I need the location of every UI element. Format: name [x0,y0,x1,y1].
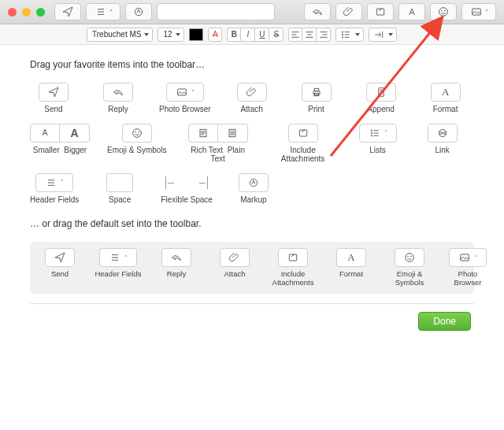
available-heading: Drag your favorite items into the toolba… [30,59,474,70]
done-row: Done [30,312,474,331]
svg-rect-9 [177,89,186,95]
font-family-value: Trebuchet MS [92,30,141,39]
toolbar-reply-button[interactable] [304,3,331,20]
toolbar-send-button[interactable] [54,3,81,20]
svg-point-20 [371,130,372,131]
label: Emoji & Symbols [386,270,433,287]
item-smaller-bigger[interactable]: A A Smaller Bigger [30,124,90,164]
item-print[interactable]: Print [293,83,340,114]
item-flexible-space[interactable]: Flexible Space [161,173,213,205]
richtext-icon [197,127,209,139]
toolbar-subject-field[interactable] [157,3,275,20]
svg-point-7 [343,34,343,35]
item-emoji[interactable]: Emoji & Symbols [107,124,167,164]
svg-point-28 [411,256,412,257]
list-icon [94,6,107,18]
printer-icon [310,86,323,98]
label: Emoji & Symbols [107,146,167,155]
font-size-select[interactable]: 12 [158,28,184,42]
done-button[interactable]: Done [418,312,471,331]
toolbar-include-attachments-button[interactable] [367,3,394,20]
label: Link [435,146,449,155]
smiley-icon [403,251,416,264]
strikethrough-button[interactable]: S [269,28,284,42]
label: Attach [240,105,262,114]
label: Flexible Space [161,195,213,205]
item-photo-browser[interactable]: Photo Browser [159,83,211,114]
style-segment: B I U S [227,28,284,42]
paperclip-icon [343,6,355,18]
paper-plane-icon [54,251,66,264]
svg-point-14 [132,128,141,137]
minimize-window-dot[interactable] [22,8,31,17]
paperclip-icon [228,251,241,264]
list-style-select[interactable] [335,28,364,42]
align-center-button[interactable] [302,28,317,42]
label: Reply [108,105,128,114]
space-box-icon [106,173,133,192]
label: Print [308,105,324,114]
flexible-space-icon [165,176,208,189]
align-left-button[interactable] [288,28,302,42]
label: Attach [224,270,246,279]
item-space[interactable]: Space [96,173,143,205]
label: Lists [369,146,386,155]
strike-color-button[interactable]: A [208,28,222,42]
text-color-swatch[interactable] [189,28,203,41]
item-format[interactable]: A Format [422,83,469,114]
align-right-button[interactable] [317,28,331,42]
svg-point-21 [371,132,372,133]
font-size-value: 12 [163,30,172,39]
indent-icon [372,28,385,41]
item-include-attachments[interactable]: Include Attachments [269,124,337,164]
underline-button[interactable]: U [255,28,269,42]
label: Rich Text Plain Text [184,146,252,164]
markup-icon [247,176,260,189]
item-markup[interactable]: Markup [230,173,277,205]
font-family-select[interactable]: Trebuchet MS [87,28,153,42]
paperclip-icon [246,86,258,98]
list-icon [45,176,57,189]
item-reply[interactable]: Reply [94,83,142,114]
default-set-row[interactable]: Send Header Fields Reply Attach Include … [30,242,474,294]
label: Header Fields [30,195,79,205]
link-icon [436,127,449,139]
toolbar-emoji-button[interactable] [430,3,457,20]
item-header-fields[interactable]: Header Fields [30,173,79,205]
label: Format [433,105,458,114]
svg-rect-29 [461,254,469,261]
item-lists[interactable]: Lists [354,124,402,164]
item-send[interactable]: Send [30,83,77,114]
bullet-list-icon [369,127,381,139]
toolbar-photo-browser-button[interactable] [461,3,496,20]
label: Include Attachments [269,270,317,287]
svg-point-26 [406,254,414,262]
letter-a-icon [406,6,418,18]
window-titlebar [0,0,504,24]
align-segment [288,28,331,42]
close-window-dot[interactable] [8,8,17,17]
svg-point-2 [439,8,448,17]
italic-button[interactable]: I [241,28,255,42]
toolbar-header-fields-button[interactable] [86,3,120,20]
item-rich-plain[interactable]: Rich Text Plain Text [184,124,252,164]
plaintext-icon [226,127,239,139]
smiley-icon [131,127,143,139]
zoom-window-dot[interactable] [36,8,45,17]
svg-point-6 [343,32,343,32]
label: Format [339,270,363,279]
letter-a-icon: A [347,251,354,264]
item-attach[interactable]: Attach [228,83,276,114]
svg-point-3 [442,10,443,11]
bold-button[interactable]: B [227,28,241,42]
toolbar-attach-button[interactable] [335,3,362,20]
paper-plane-icon [61,6,74,18]
toolbar-format-button[interactable] [398,3,425,20]
indent-select[interactable] [369,28,397,42]
item-link[interactable]: Link [419,124,466,164]
item-append[interactable]: Append [358,83,405,114]
reply-arrow-icon [311,6,324,18]
toolbar-markup-button[interactable] [125,3,152,20]
reply-arrow-icon [112,86,124,98]
svg-point-27 [408,256,409,257]
